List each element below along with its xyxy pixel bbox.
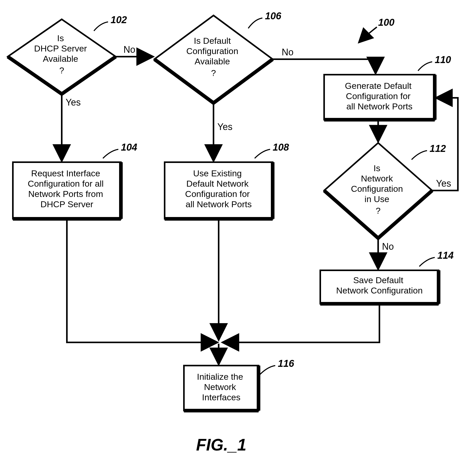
label-112-yes: Yes [436,178,451,189]
edge-114-merge [223,304,379,342]
process-request-interface-config: Request Interface Configuration for all … [13,162,121,219]
svg-text:100: 100 [378,17,394,28]
label-102-yes: Yes [66,97,81,108]
decision-dhcp-server-available: Is DHCP Server Available ? [8,19,116,94]
process-generate-default-config: Generate Default Configuration for all N… [324,75,435,120]
ref-110: 110 [435,54,451,65]
decision-default-config-available: Is Default Configuration Available ? [154,15,273,103]
ref-114: 114 [437,250,454,261]
ref-102: 102 [111,14,127,25]
ref-104: 104 [121,142,137,153]
ref-116: 116 [278,358,294,369]
label-102-no: No [123,44,135,55]
ref-106: 106 [265,11,281,21]
ref-108: 108 [273,142,289,153]
label-112-no: No [382,241,394,252]
edge-104-merge [67,219,217,342]
figure-label: FIG._1 [196,436,246,454]
ref-overall: 100 [359,17,394,42]
flowchart: Is DHCP Server Available ? 102 Is Defaul… [0,0,471,476]
process-save-default-config: Save Default Network Configuration [320,270,439,304]
ref-112: 112 [430,143,446,154]
label-106-no: No [282,47,294,57]
edge-106-no-110 [273,59,376,73]
process-initialize-interfaces: Initialize the Network Interfaces [184,366,259,411]
process-use-existing-default: Use Existing Default Network Configurati… [165,162,273,219]
svg-text:Generate Default
      Configu: Generate Default Configuration for all N… [345,81,414,111]
label-106-yes: Yes [217,122,233,132]
svg-text:Initialize the
      Network
 : Initialize the Network Interfaces [197,372,246,402]
decision-config-in-use: Is Network Configuration in Use ? [324,143,432,238]
